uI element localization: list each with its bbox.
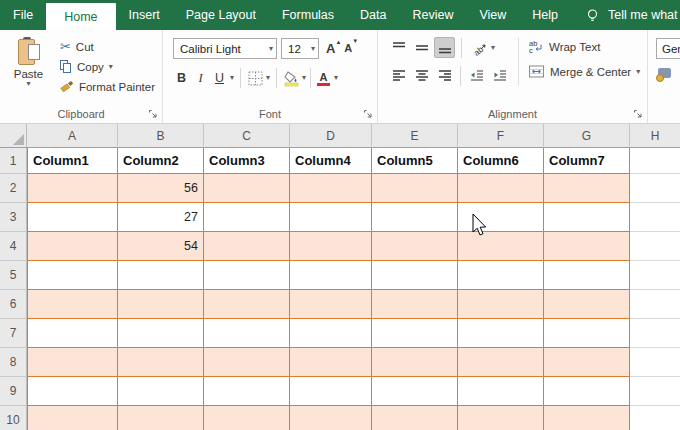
cell-G5[interactable] (544, 261, 630, 290)
tab-help[interactable]: Help (519, 0, 571, 30)
cell-C9[interactable] (204, 377, 290, 406)
cell-H7[interactable] (630, 319, 680, 348)
cell-F4[interactable] (458, 232, 544, 261)
cell-A9[interactable] (27, 377, 118, 406)
italic-button[interactable]: I (192, 71, 209, 86)
cell-D4[interactable] (290, 232, 372, 261)
column-header-B[interactable]: B (118, 124, 204, 148)
cell-D3[interactable] (290, 203, 372, 232)
alignment-dialog-launcher[interactable] (633, 109, 643, 119)
cell-A8[interactable] (27, 348, 118, 377)
increase-font-size-button[interactable]: A▲ (326, 42, 341, 55)
cell-E4[interactable] (372, 232, 458, 261)
column-header-F[interactable]: F (458, 124, 544, 148)
fill-color-dropdown-arrow[interactable]: ▾ (302, 74, 306, 82)
cell-A7[interactable] (27, 319, 118, 348)
cell-D10[interactable] (290, 406, 372, 430)
merge-center-dropdown-arrow[interactable]: ▾ (636, 68, 640, 76)
cell-C8[interactable] (204, 348, 290, 377)
cell-G4[interactable] (544, 232, 630, 261)
cell-D2[interactable] (290, 174, 372, 203)
tell-me-search[interactable]: Tell me what y (585, 0, 680, 30)
orientation-dropdown-arrow[interactable]: ▾ (491, 44, 495, 52)
cell-A6[interactable] (27, 290, 118, 319)
cell-C7[interactable] (204, 319, 290, 348)
cell-H9[interactable] (630, 377, 680, 406)
cell-B10[interactable] (118, 406, 204, 430)
tab-review[interactable]: Review (399, 0, 466, 30)
cell-B7[interactable] (118, 319, 204, 348)
cell-G8[interactable] (544, 348, 630, 377)
cell-C10[interactable] (204, 406, 290, 430)
cell-E3[interactable] (372, 203, 458, 232)
paste-dropdown-arrow[interactable]: ▾ (26, 80, 30, 88)
merge-center-button[interactable]: Merge & Center ▾ (525, 62, 643, 81)
cell-C3[interactable] (204, 203, 290, 232)
row-header-4[interactable]: 4 (0, 232, 27, 261)
cell-G9[interactable] (544, 377, 630, 406)
cell-D7[interactable] (290, 319, 372, 348)
cell-B3[interactable]: 27 (118, 203, 204, 232)
bottom-align-button[interactable] (434, 37, 455, 58)
cell-F5[interactable] (458, 261, 544, 290)
cell-F6[interactable] (458, 290, 544, 319)
cell-B5[interactable] (118, 261, 204, 290)
cell-E6[interactable] (372, 290, 458, 319)
cell-E2[interactable] (372, 174, 458, 203)
row-header-8[interactable]: 8 (0, 348, 27, 377)
format-painter-button[interactable]: Format Painter (57, 78, 158, 95)
cell-H3[interactable] (630, 203, 680, 232)
cut-button[interactable]: ✂ Cut (57, 38, 158, 55)
cell-G7[interactable] (544, 319, 630, 348)
tab-file[interactable]: File (0, 0, 46, 30)
decrease-font-size-button[interactable]: A▼ (344, 42, 358, 54)
cell-F10[interactable] (458, 406, 544, 430)
tab-data[interactable]: Data (347, 0, 399, 30)
cell-G1[interactable]: Column7 (544, 148, 630, 174)
tab-home[interactable]: Home (46, 3, 115, 30)
column-header-E[interactable]: E (372, 124, 458, 148)
cell-G2[interactable] (544, 174, 630, 203)
column-header-A[interactable]: A (27, 124, 118, 148)
cell-E9[interactable] (372, 377, 458, 406)
tab-insert[interactable]: Insert (116, 0, 173, 30)
font-size-dropdown-arrow[interactable]: ▾ (307, 45, 315, 53)
row-header-1[interactable]: 1 (0, 148, 27, 174)
decrease-indent-button[interactable] (466, 65, 487, 86)
cell-D9[interactable] (290, 377, 372, 406)
cell-A2[interactable] (27, 174, 118, 203)
increase-indent-button[interactable] (489, 65, 510, 86)
cell-H4[interactable] (630, 232, 680, 261)
cell-H2[interactable] (630, 174, 680, 203)
align-right-button[interactable] (434, 65, 455, 86)
top-align-button[interactable] (388, 37, 409, 58)
cell-E1[interactable]: Column5 (372, 148, 458, 174)
cell-C5[interactable] (204, 261, 290, 290)
font-color-dropdown-arrow[interactable]: ▾ (334, 74, 338, 82)
row-header-9[interactable]: 9 (0, 377, 27, 406)
row-header-3[interactable]: 3 (0, 203, 27, 232)
tab-formulas[interactable]: Formulas (269, 0, 347, 30)
cell-E8[interactable] (372, 348, 458, 377)
row-header-2[interactable]: 2 (0, 174, 27, 203)
select-all-button[interactable] (0, 124, 27, 148)
row-header-10[interactable]: 10 (0, 406, 27, 430)
wrap-text-button[interactable]: ab c Wrap Text (525, 37, 643, 56)
cell-G6[interactable] (544, 290, 630, 319)
cell-D8[interactable] (290, 348, 372, 377)
align-left-button[interactable] (388, 65, 409, 86)
cell-E10[interactable] (372, 406, 458, 430)
paste-button[interactable]: Paste ▾ (8, 37, 49, 95)
bold-button[interactable]: B (173, 71, 190, 85)
tab-view[interactable]: View (466, 0, 519, 30)
fill-color-button[interactable] (283, 70, 300, 87)
cell-H8[interactable] (630, 348, 680, 377)
cell-F7[interactable] (458, 319, 544, 348)
cell-B8[interactable] (118, 348, 204, 377)
cell-G10[interactable] (544, 406, 630, 430)
cell-F8[interactable] (458, 348, 544, 377)
cell-C4[interactable] (204, 232, 290, 261)
row-header-6[interactable]: 6 (0, 290, 27, 319)
cell-B1[interactable]: Column2 (118, 148, 204, 174)
cell-D6[interactable] (290, 290, 372, 319)
